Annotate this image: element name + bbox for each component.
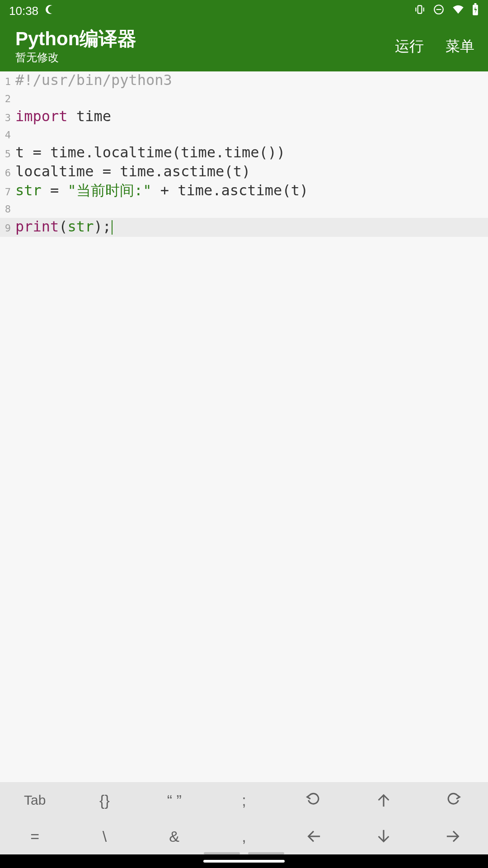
undo-icon[interactable] [279,782,348,818]
code-content[interactable]: print(str); [14,218,113,235]
code-line[interactable]: 3import time [0,108,488,127]
code-line[interactable]: 9print(str); [0,218,488,237]
line-number: 4 [0,127,14,144]
key-char[interactable]: = [0,818,70,854]
redo-icon[interactable] [418,782,488,818]
dnd-icon [433,4,445,19]
menu-button[interactable]: 菜单 [446,37,474,57]
key-char[interactable]: \ [70,818,139,854]
app-bar: Python编译器 暂无修改 运行 菜单 [0,22,488,71]
code-line[interactable]: 6localtime = time.asctime(t) [0,163,488,182]
code-line[interactable]: 2 [0,90,488,108]
line-number: 5 [0,146,14,163]
app-subtitle: 暂无修改 [15,50,136,65]
line-number: 2 [0,90,14,108]
moon-icon [45,4,56,18]
arrow-up-icon[interactable] [348,782,418,818]
code-line[interactable]: 1#!/usr/bin/python3 [0,71,488,90]
nav-home-pill[interactable] [203,860,285,863]
vibrate-icon [414,4,426,19]
code-line[interactable]: 5t = time.localtime(time.time()) [0,144,488,163]
code-content[interactable]: t = time.localtime(time.time()) [14,144,285,161]
key-charcharchar[interactable]: “ ” [140,782,209,818]
key-Tab[interactable]: Tab [0,782,70,818]
key-char[interactable]: , [209,818,279,854]
code-content[interactable]: import time [14,108,111,125]
code-content[interactable]: #!/usr/bin/python3 [14,71,172,89]
status-bar: 10:38 [0,0,488,22]
line-number: 1 [0,73,14,90]
svg-rect-8 [474,3,477,5]
line-number: 7 [0,184,14,201]
svg-rect-2 [418,5,422,13]
arrow-left-icon[interactable] [279,818,348,854]
key-char[interactable]: & [140,818,209,854]
code-line[interactable]: 7str = "当前时间:" + time.asctime(t) [0,182,488,201]
code-line[interactable]: 8 [0,201,488,218]
text-cursor [112,220,113,235]
code-content[interactable]: str = "当前时间:" + time.asctime(t) [14,182,308,199]
line-number: 8 [0,201,14,218]
run-button[interactable]: 运行 [395,37,424,57]
symbol-toolbar: Tab{}“ ”;=\&, [0,782,488,854]
line-number: 3 [0,109,14,127]
line-number: 9 [0,220,14,237]
system-nav-bar [0,854,488,868]
battery-icon [472,3,479,19]
code-content[interactable]: localtime = time.asctime(t) [14,163,250,180]
line-number: 6 [0,165,14,182]
arrow-right-icon[interactable] [418,818,488,854]
code-editor[interactable]: 1#!/usr/bin/python323import time45t = ti… [0,71,488,782]
wifi-icon [452,3,465,19]
app-title: Python编译器 [15,28,136,49]
arrow-down-icon[interactable] [348,818,418,854]
key-char[interactable]: ; [209,782,279,818]
status-time: 10:38 [9,4,38,18]
key-charchar[interactable]: {} [70,782,139,818]
code-line[interactable]: 4 [0,127,488,144]
